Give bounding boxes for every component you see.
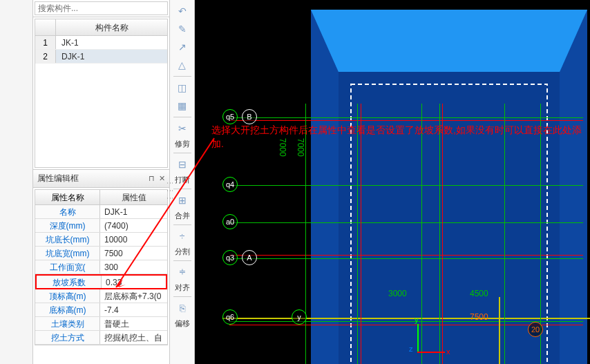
- property-table: 属性名称 属性值 名称 DJK-1 深度(mm) (7400) 坑底长(mm) …: [35, 189, 168, 345]
- tool-rect-icon[interactable]: ◫: [173, 79, 192, 96]
- axis-label-q6: q6: [222, 309, 238, 325]
- axis-label-q5: q5: [222, 109, 238, 124]
- prop-header-value[interactable]: 属性值: [100, 190, 167, 204]
- panel-resize-handle[interactable]: ⋮⋮⋮: [166, 180, 174, 202]
- table-row[interactable]: 1 JK-1: [35, 36, 167, 50]
- axis-label-A: A: [242, 250, 257, 265]
- axis-label-q3: q3: [222, 250, 238, 265]
- tool-pencil-icon[interactable]: ✎: [173, 21, 192, 37]
- axis-label-20: 20: [528, 322, 543, 337]
- column-header-name[interactable]: 构件名称: [56, 19, 167, 35]
- search-input[interactable]: [35, 1, 168, 15]
- tool-align-icon[interactable]: ⫩: [173, 264, 192, 280]
- excavation-shape[interactable]: [311, 10, 587, 364]
- tool-arrow-icon[interactable]: ↗: [173, 39, 192, 55]
- tool-merge-icon[interactable]: ⊞: [173, 192, 192, 209]
- svg-rect-4: [339, 72, 560, 364]
- tool-align-label: 对齐: [175, 282, 190, 294]
- prop-row-workface[interactable]: 工作面宽( 300: [35, 260, 167, 274]
- prop-row-bottom-elev[interactable]: 底标高(m) -7.4: [35, 303, 167, 317]
- prop-row-slope-coefficient[interactable]: 放坡系数 0.33: [35, 274, 167, 289]
- tool-break-icon[interactable]: ⊟: [173, 156, 192, 173]
- component-table: 构件名称 1 JK-1 2 DJK-1: [35, 19, 168, 168]
- drawing-canvas[interactable]: q5 B q4 a0 q3 A q6 y 20 7000 7000 3000 4…: [195, 0, 590, 364]
- tool-split-icon[interactable]: ÷: [173, 228, 192, 245]
- close-icon[interactable]: ✕: [159, 174, 165, 183]
- annotation-text: 选择大开挖土方构件后在属性中查看是否设置了放坡系数,如果没有时可以直接在此处添加…: [211, 123, 584, 151]
- dimension-4500: 4500: [470, 289, 488, 298]
- property-editor-title: 属性编辑框 ⊓ ✕: [33, 169, 169, 188]
- dimension-3000: 3000: [388, 289, 407, 298]
- tool-merge-label: 合并: [175, 210, 190, 222]
- prop-header-name[interactable]: 属性名称: [35, 190, 100, 204]
- tool-undo-icon[interactable]: ↶: [173, 3, 192, 19]
- tool-offset-label: 偏移: [175, 318, 190, 329]
- pin-icon[interactable]: ⊓: [149, 174, 155, 183]
- tool-offset-icon[interactable]: ⎘: [173, 300, 192, 316]
- prop-row-top-elev[interactable]: 顶标高(m) 层底标高+7.3(0: [35, 289, 167, 303]
- tool-split-label: 分割: [175, 246, 190, 258]
- components-panel: 构件名称 1 JK-1 2 DJK-1 属性编辑框 ⊓ ✕ 属性名称 属性: [33, 0, 170, 364]
- svg-marker-2: [560, 10, 587, 364]
- svg-marker-3: [311, 10, 587, 72]
- axis-label-a0: a0: [222, 214, 238, 229]
- tool-grid-icon[interactable]: ▦: [173, 97, 192, 114]
- svg-marker-1: [311, 10, 339, 364]
- axis-label-B: B: [242, 109, 257, 124]
- table-row[interactable]: 2 DJK-1: [35, 50, 167, 64]
- left-ribbon: [0, 0, 33, 364]
- prop-row-soil-type[interactable]: 土壤类别 普硬土: [35, 317, 167, 331]
- tool-trim-label: 修剪: [175, 138, 190, 150]
- prop-row-length[interactable]: 坑底长(mm) 10000: [35, 233, 167, 247]
- axis-label-q4: q4: [222, 177, 238, 192]
- prop-row-depth[interactable]: 深度(mm) (7400): [35, 219, 167, 233]
- prop-row-excavation-method[interactable]: 挖土方式 挖掘机挖土、自: [35, 331, 167, 345]
- prop-row-width[interactable]: 坑底宽(mm) 7500: [35, 247, 167, 260]
- tool-break-label: 打断: [175, 174, 190, 186]
- dimension-7500: 7500: [470, 312, 488, 322]
- tool-trim-icon[interactable]: ✂: [173, 120, 192, 137]
- tool-triangle-icon[interactable]: △: [173, 57, 192, 73]
- prop-row-name[interactable]: 名称 DJK-1: [35, 205, 167, 219]
- axis-label-y: y: [292, 309, 307, 325]
